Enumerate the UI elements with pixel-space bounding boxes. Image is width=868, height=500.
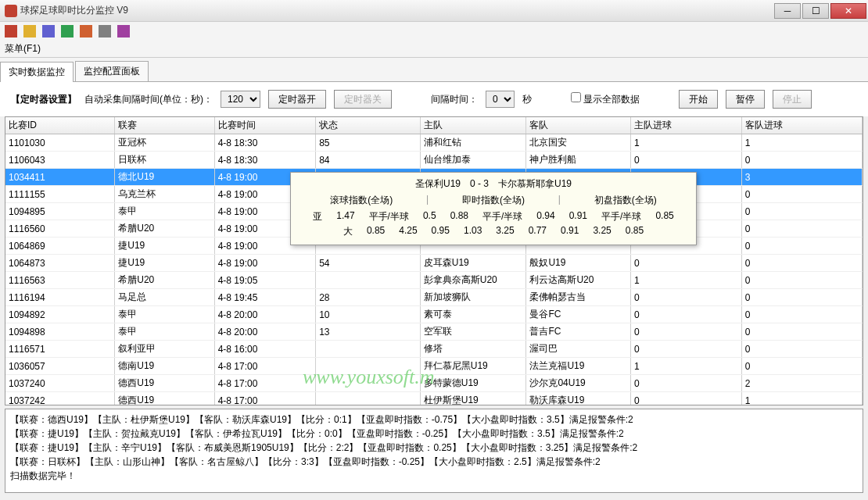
stop-button[interactable]: 停止 xyxy=(773,90,812,109)
tooltip-title: 圣保利U19 0 - 3 卡尔慕斯耶拿U19 xyxy=(299,177,688,191)
toolbar-strip xyxy=(0,22,868,41)
col-header[interactable]: 客队进球 xyxy=(741,117,862,134)
toolbar-icon[interactable] xyxy=(42,25,55,38)
minimize-button[interactable]: ─ xyxy=(774,3,801,19)
menubar: 菜单(F1) xyxy=(0,41,868,58)
log-line: 【联赛：德西U19】【主队：杜伊斯堡U19】【客队：勒沃库森U19】【比分：0:… xyxy=(10,412,858,427)
close-button[interactable]: ✕ xyxy=(830,3,866,19)
log-area[interactable]: 【联赛：德西U19】【主队：杜伊斯堡U19】【客队：勒沃库森U19】【比分：0:… xyxy=(5,409,863,493)
col-header[interactable]: 主队进球 xyxy=(630,117,741,134)
tab-config[interactable]: 监控配置面板 xyxy=(75,61,149,81)
interval-select[interactable]: 120 xyxy=(221,91,260,108)
titlebar: 球探足球即时比分监控 V9 ─ ☐ ✕ xyxy=(0,0,868,22)
table-row[interactable]: 1064873捷U194-8 19:0054皮耳森U19般奴U1900 xyxy=(5,255,863,272)
log-line: 【联赛：捷U19】【主队：贺拉戴克U19】【客队：伊希拉瓦U19】【比分：0:0… xyxy=(10,427,858,441)
col-header[interactable]: 比赛ID xyxy=(5,117,115,134)
table-row[interactable]: 1036057德南U194-8 17:00拜仁慕尼黑U19法兰克福U1910 xyxy=(5,358,863,375)
toolbar-icon[interactable] xyxy=(5,25,17,38)
table-row[interactable]: 1037242德西U194-8 17:00杜伊斯堡U19勒沃库森U1901 xyxy=(5,392,863,406)
table-row[interactable]: 1116563希腊U204-8 19:05彭拿典奈高斯U20利云达高斯U2010 xyxy=(5,272,863,289)
match-table-wrap[interactable]: 比赛ID联赛比赛时间状态主队客队主队进球客队进球 1101030亚冠杯4-8 1… xyxy=(5,116,863,405)
col-header[interactable]: 状态 xyxy=(316,117,421,134)
gap-select[interactable]: 0 xyxy=(486,91,515,108)
table-row[interactable]: 1094892泰甲4-8 20:0010素可泰曼谷FC00 xyxy=(5,306,863,323)
pause-button[interactable]: 暂停 xyxy=(726,90,765,109)
toolbar-icon[interactable] xyxy=(61,25,74,38)
tab-realtime[interactable]: 实时数据监控 xyxy=(0,62,74,82)
table-row[interactable]: 1101030亚冠杯4-8 18:3085浦和红钻北京国安11 xyxy=(5,134,863,152)
toolbar-icon[interactable] xyxy=(23,25,36,38)
timer-off-button[interactable]: 定时器关 xyxy=(334,90,392,109)
col-header[interactable]: 主队 xyxy=(420,117,526,134)
table-row[interactable]: 1116194马足总4-8 19:4528新加坡狮队柔佛帕瑟古当00 xyxy=(5,289,863,306)
gap-unit: 秒 xyxy=(522,93,532,106)
maximize-button[interactable]: ☐ xyxy=(802,3,829,19)
table-row[interactable]: 1106043日联杯4-8 18:3084仙台维加泰神户胜利船00 xyxy=(5,152,863,169)
toolbar-icon[interactable] xyxy=(80,25,92,38)
col-header[interactable]: 客队 xyxy=(526,117,631,134)
match-table: 比赛ID联赛比赛时间状态主队客队主队进球客队进球 1101030亚冠杯4-8 1… xyxy=(5,117,863,405)
col-header[interactable]: 联赛 xyxy=(115,117,214,134)
toolbar-icon[interactable] xyxy=(99,25,111,38)
show-all-checkbox[interactable]: 显示全部数据 xyxy=(571,92,640,106)
start-button[interactable]: 开始 xyxy=(679,90,718,109)
settings-bar: 【定时器设置】 自动采集间隔时间(单位：秒)： 120 定时器开 定时器关 间隔… xyxy=(0,82,868,116)
log-line: 扫描数据完毕！ xyxy=(10,469,858,483)
timer-on-button[interactable]: 定时器开 xyxy=(268,90,326,109)
tabbar: 实时数据监控 监控配置面板 xyxy=(0,58,868,82)
toolbar-icon[interactable] xyxy=(117,25,130,38)
col-header[interactable]: 比赛时间 xyxy=(214,117,315,134)
gap-label: 间隔时间： xyxy=(431,93,478,106)
table-row[interactable]: 1116571叙利亚甲4-8 16:00修塔渥司巴00 xyxy=(5,341,863,358)
interval-label: 自动采集间隔时间(单位：秒)： xyxy=(84,93,213,106)
menu-item[interactable]: 菜单(F1) xyxy=(5,42,41,55)
table-row[interactable]: 1037240德西U194-8 17:00多特蒙德U19沙尔克04U1902 xyxy=(5,375,863,392)
log-line: 【联赛：日联杯】【主队：山形山神】【客队：名古屋鲸八】【比分：3:3】【亚盘即时… xyxy=(10,455,858,469)
odds-tooltip: 圣保利U19 0 - 3 卡尔慕斯耶拿U19 滚球指数(全场)| 即时指数(全场… xyxy=(290,172,697,245)
table-row[interactable]: 1094898泰甲4-8 20:0013空军联普吉FC00 xyxy=(5,323,863,341)
log-line: 【联赛：捷U19】【主队：辛宁U19】【客队：布威美恩斯1905U19】【比分：… xyxy=(10,441,858,455)
window-title: 球探足球即时比分监控 V9 xyxy=(20,4,774,17)
timer-group-label: 【定时器设置】 xyxy=(11,93,77,106)
app-icon xyxy=(5,5,17,17)
